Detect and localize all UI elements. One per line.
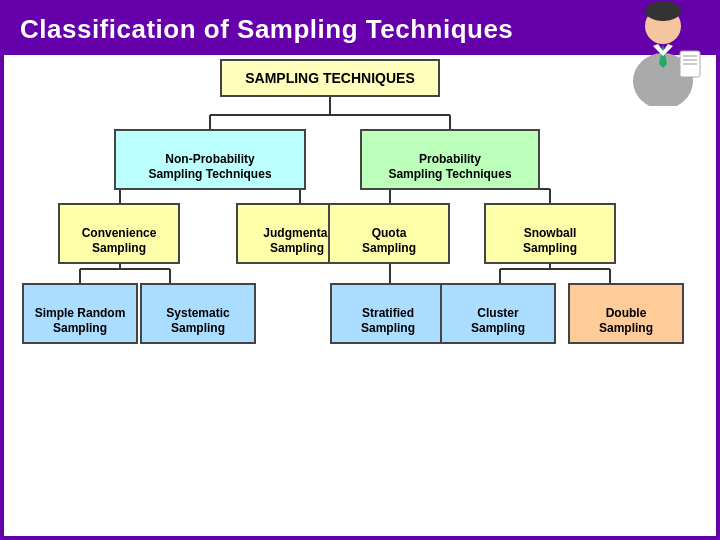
node-simrand: Simple Random Sampling: [22, 283, 138, 344]
node-strat: Stratified Sampling: [330, 283, 446, 344]
node-quota: Quota Sampling: [328, 203, 450, 264]
diagram: SAMPLING TECHNIQUES Non-Probability Samp…: [20, 55, 700, 425]
node-sys: Systematic Sampling: [140, 283, 256, 344]
title-bar: Classification of Sampling Techniques: [4, 4, 716, 55]
node-snow: Snowball Sampling: [484, 203, 616, 264]
node-prob: Probability Sampling Techniques: [360, 129, 540, 190]
node-root: SAMPLING TECHNIQUES: [220, 59, 440, 97]
title-text: Classification of Sampling Techniques: [20, 14, 513, 44]
node-double: Double Sampling: [568, 283, 684, 344]
node-clust: Cluster Sampling: [440, 283, 556, 344]
slide: Classification of Sampling Techniques: [0, 0, 720, 540]
svg-point-2: [645, 1, 681, 21]
node-nonprob: Non-Probability Sampling Techniques: [114, 129, 306, 190]
node-conv: Convenience Sampling: [58, 203, 180, 264]
